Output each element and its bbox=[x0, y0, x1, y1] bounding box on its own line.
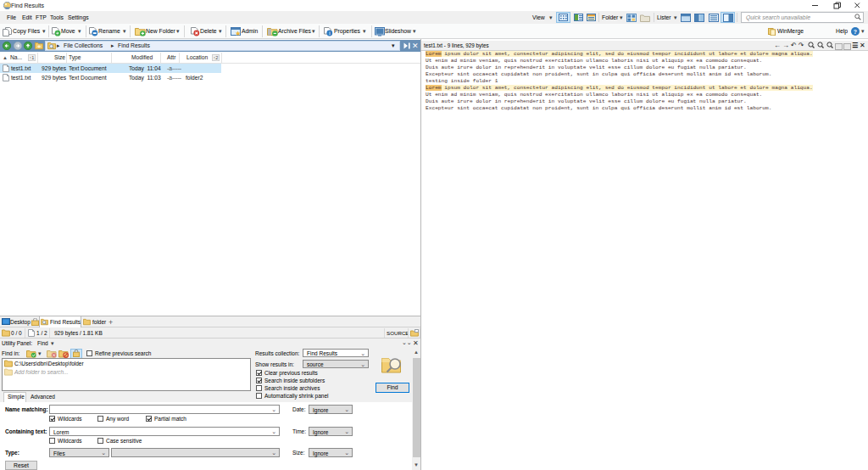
svg-text:i: i bbox=[329, 30, 331, 36]
svg-text:?: ? bbox=[854, 29, 857, 35]
